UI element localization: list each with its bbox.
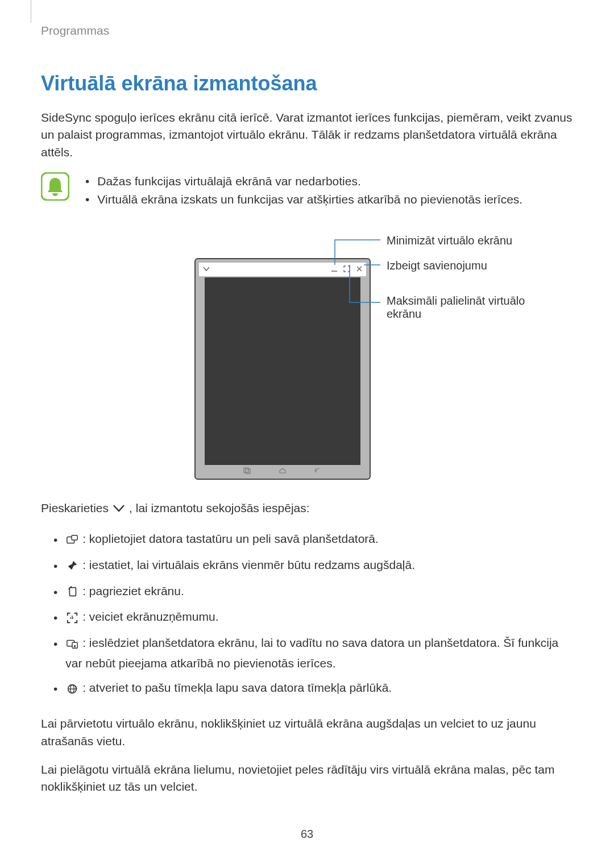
svg-rect-7	[72, 535, 77, 540]
home-icon	[279, 467, 287, 476]
pin-icon	[65, 559, 79, 572]
option-text: : koplietojiet datora tastatūru un peli …	[82, 532, 379, 545]
option-text: : pagrieziet ekrānu.	[82, 584, 184, 597]
back-icon	[314, 467, 322, 476]
minimize-icon	[331, 265, 338, 274]
browser-sync-icon	[65, 683, 79, 695]
options-list: : koplietojiet datora tastatūru un peli …	[41, 529, 573, 699]
intro-paragraph: SideSync spoguļo ierīces ekrānu citā ier…	[41, 109, 573, 161]
dual-screen-icon	[65, 638, 79, 650]
svg-rect-5	[246, 469, 250, 474]
option-text: : ieslēdziet planšetdatora ekrānu, lai t…	[65, 636, 558, 670]
chevron-down-icon	[112, 502, 126, 514]
keyboard-share-icon	[65, 534, 79, 546]
options-intro-post: , lai izmantotu sekojošās iespējas:	[129, 501, 310, 515]
resize-paragraph: Lai pielāgotu virtuālā ekrāna lielumu, n…	[41, 761, 573, 796]
tablet-titlebar	[199, 263, 366, 276]
note-item: Dažas funkcijas virtuālajā ekrānā var ne…	[97, 172, 360, 190]
chevron-down-icon	[202, 265, 210, 275]
options-intro: Pieskarieties , lai izmantotu sekojošās …	[41, 501, 573, 515]
screenshot-icon	[65, 612, 79, 624]
virtual-screen-figure: Minimizāt virtuālo ekrānu Izbeigt savien…	[41, 231, 573, 481]
close-icon	[356, 265, 363, 274]
tablet-navbar	[230, 466, 335, 476]
breadcrumb: Programmas	[41, 24, 573, 38]
note-list: Dažas funkcijas virtuālajā ekrānā var ne…	[85, 172, 522, 208]
maximize-icon	[343, 265, 350, 274]
option-text: : atveriet to pašu tīmekļa lapu sava dat…	[82, 681, 392, 694]
svg-rect-4	[244, 468, 248, 472]
section-title: Virtuālā ekrāna izmantošana	[41, 72, 573, 95]
note-item: Virtuālā ekrāna izskats un funkcijas var…	[97, 190, 522, 209]
note-bell-icon	[41, 172, 69, 201]
page-number: 63	[41, 828, 573, 841]
tablet-mock	[194, 258, 371, 480]
move-paragraph: Lai pārvietotu virtuālo ekrānu, noklikšķ…	[41, 715, 573, 750]
note-block: Dažas funkcijas virtuālajā ekrānā var ne…	[41, 172, 573, 208]
options-intro-pre: Pieskarieties	[41, 501, 109, 515]
margin-line	[31, 0, 31, 23]
option-text: : iestatiet, lai virtuālais ekrāns vienm…	[82, 558, 415, 571]
callout-close: Izbeigt savienojumu	[387, 259, 487, 272]
recent-apps-icon	[243, 467, 251, 476]
callout-minimize: Minimizāt virtuālo ekrānu	[387, 234, 512, 247]
svg-rect-8	[70, 588, 76, 596]
tablet-screen-area	[205, 277, 360, 465]
option-text: : veiciet ekrānuzņēmumu.	[82, 610, 218, 623]
rotate-icon	[65, 585, 79, 598]
callout-maximize: Maksimāli palielināt virtuālo ekrānu	[387, 294, 557, 321]
